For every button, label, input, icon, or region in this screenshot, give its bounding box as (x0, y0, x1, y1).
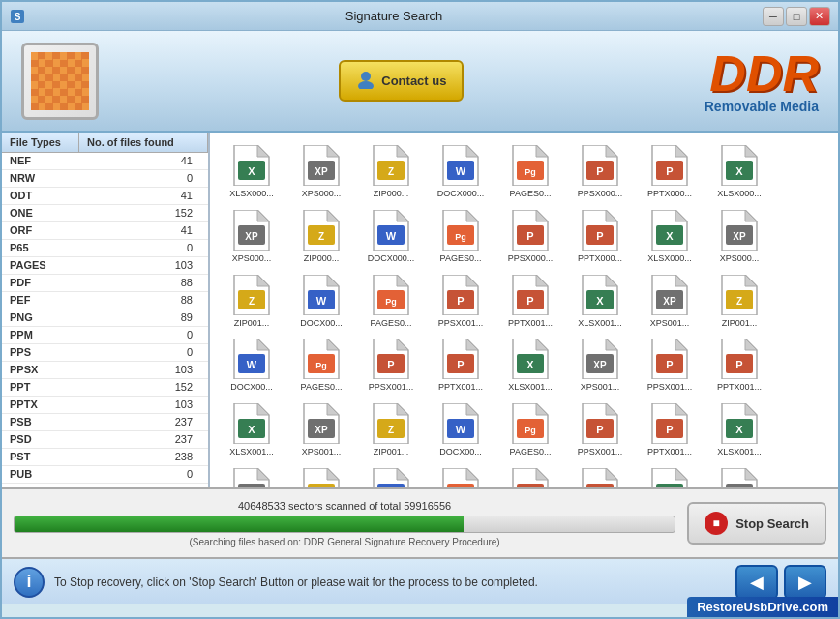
file-icon-label: XLSX000... (717, 189, 762, 199)
list-item[interactable]: Z ZIP001... (218, 270, 285, 333)
list-item[interactable]: W DOCX00... (357, 463, 425, 487)
svg-text:P: P (596, 165, 603, 177)
svg-text:Pg: Pg (455, 232, 466, 242)
list-item[interactable]: Z ZIP000... (287, 205, 355, 268)
file-icon: X (511, 338, 550, 380)
list-item[interactable]: Pg PAGES0... (427, 205, 495, 268)
list-item[interactable]: NEF 41 (2, 153, 208, 170)
minimize-button[interactable]: ─ (763, 7, 784, 26)
back-button[interactable]: ◀ (735, 565, 778, 600)
contact-button[interactable]: Contact us (339, 60, 464, 102)
list-item[interactable]: XP XPS001... (636, 270, 704, 333)
list-item[interactable]: PNG 89 (2, 310, 208, 327)
file-type-label: PSD (2, 431, 79, 448)
svg-text:X: X (735, 424, 743, 435)
list-item[interactable]: X XLSX001... (705, 398, 773, 461)
file-icon: Z (302, 209, 341, 251)
svg-marker-181 (536, 468, 548, 480)
list-item[interactable]: Z ZIP001... (357, 398, 425, 461)
list-item[interactable]: Z ZIP001... (705, 270, 773, 333)
list-item[interactable]: P PPSX001... (636, 334, 704, 397)
file-icons-panel[interactable]: X XLSX000... XP XPS000... Z ZIP000... W … (210, 133, 838, 487)
svg-marker-29 (675, 145, 687, 157)
list-item[interactable]: XP XPS001... (287, 398, 355, 461)
list-item[interactable]: W DOCX00... (218, 334, 285, 397)
list-item[interactable]: PEF 88 (2, 292, 208, 310)
list-item[interactable]: PST 238 (2, 449, 208, 466)
svg-rect-178 (447, 484, 474, 487)
list-item[interactable]: XP XPS000... (218, 205, 285, 268)
stop-search-button[interactable]: Stop Search (687, 502, 826, 545)
list-item[interactable]: W DOCX00... (287, 270, 355, 333)
list-item[interactable]: W DOCX000... (427, 140, 495, 203)
list-item[interactable]: PPM 0 (2, 327, 208, 344)
list-item[interactable]: P PPSX001... (357, 334, 425, 397)
list-item[interactable]: XP XPS000... (287, 140, 355, 203)
file-types-list[interactable]: NEF 41 NRW 0 ODT 41 ONE 152 ORF 41 P65 0… (2, 153, 208, 487)
list-item[interactable]: P PPTX000... (636, 140, 704, 203)
svg-marker-101 (257, 339, 269, 350)
list-item[interactable]: P PPTX000... (566, 205, 634, 268)
list-item[interactable]: X XLSX000... (636, 205, 704, 268)
close-button[interactable]: ✕ (809, 7, 830, 26)
svg-marker-153 (606, 403, 617, 415)
list-item[interactable]: X XLSX001... (636, 463, 704, 487)
list-item[interactable]: Z ZIP000... (357, 140, 425, 203)
list-item[interactable]: PDF 88 (2, 275, 208, 292)
list-item[interactable]: PPS 0 (2, 344, 208, 362)
list-item[interactable]: XP XPS000... (705, 205, 773, 268)
list-item[interactable]: P PPSX000... (566, 140, 634, 203)
list-item[interactable]: P PPSX001... (427, 270, 495, 333)
list-item[interactable]: W DOCX000... (357, 205, 425, 268)
list-item[interactable]: XP XPS001... (705, 463, 773, 487)
svg-text:XP: XP (245, 231, 258, 242)
list-item[interactable]: X XLSX000... (218, 140, 285, 203)
file-count-label: 0 (79, 240, 208, 256)
list-item[interactable]: P PPTX001... (636, 398, 704, 461)
file-count-label: 103 (79, 362, 208, 378)
list-item[interactable]: P PPTX001... (427, 334, 495, 397)
list-item[interactable]: Pg PAGES0... (357, 270, 425, 333)
file-icon: X (581, 274, 619, 316)
svg-text:W: W (456, 424, 466, 435)
list-item[interactable]: W DOCX00... (427, 398, 495, 461)
list-item[interactable]: Z ZIP001... (287, 463, 355, 487)
list-item[interactable]: ORF 41 (2, 222, 208, 240)
list-item[interactable]: P PPTX001... (705, 334, 773, 397)
list-item[interactable]: PSD 237 (2, 431, 208, 449)
list-item[interactable]: ODT 41 (2, 188, 208, 205)
list-item[interactable]: P PPTX001... (566, 463, 634, 487)
list-item[interactable]: P PPSX000... (496, 205, 564, 268)
list-item[interactable]: X XLSX001... (566, 270, 634, 333)
list-item[interactable]: PPT 152 (2, 379, 208, 397)
list-item[interactable]: X XLSX000... (705, 140, 773, 203)
list-item[interactable]: ONE 152 (2, 205, 208, 222)
forward-button[interactable]: ▶ (784, 565, 826, 600)
list-item[interactable]: QXD 152 (2, 484, 208, 487)
list-item[interactable]: NRW 0 (2, 170, 208, 188)
list-item[interactable]: PSB 237 (2, 414, 208, 431)
list-item[interactable]: P PPSX001... (566, 398, 634, 461)
list-item[interactable]: PUB 0 (2, 466, 208, 484)
main-content: File Types No. of files found NEF 41 NRW… (2, 133, 838, 488)
list-item[interactable]: PPSX 103 (2, 362, 208, 379)
list-item[interactable]: X XLSX001... (218, 398, 285, 461)
list-item[interactable]: PPTX 103 (2, 397, 208, 414)
list-item[interactable]: P65 0 (2, 240, 208, 257)
svg-marker-17 (466, 145, 478, 157)
list-item[interactable]: Pg PAGES0... (287, 334, 355, 397)
file-icon-label: XLSX000... (647, 253, 692, 264)
svg-rect-174 (377, 484, 405, 487)
list-item[interactable]: X XLSX001... (496, 334, 564, 397)
list-item[interactable]: Pg PAGES0... (427, 463, 495, 487)
svg-marker-61 (675, 210, 687, 221)
restore-button[interactable]: □ (786, 7, 807, 26)
list-item[interactable]: P PPTX001... (496, 270, 564, 333)
list-item[interactable]: XP XPS001... (218, 463, 285, 487)
list-item[interactable]: XP XPS001... (566, 334, 634, 397)
list-item[interactable]: Pg PAGES0... (496, 140, 564, 203)
list-item[interactable]: P PPSX001... (496, 463, 564, 487)
list-item[interactable]: Pg PAGES0... (496, 398, 564, 461)
list-item[interactable]: PAGES 103 (2, 257, 208, 275)
file-icon: W (441, 402, 480, 445)
